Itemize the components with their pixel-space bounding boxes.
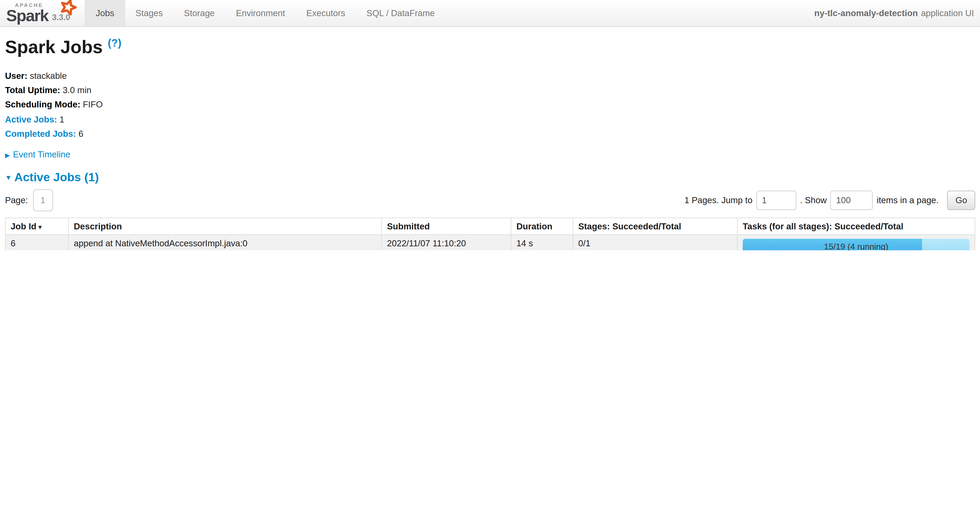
- items-per-page-input[interactable]: [830, 191, 873, 210]
- col-header-submitted[interactable]: Submitted: [382, 218, 511, 235]
- info-value: 1: [57, 114, 65, 124]
- info-line: Completed Jobs: 6: [5, 128, 975, 140]
- col-header-duration[interactable]: Duration: [511, 218, 573, 235]
- pagination-controls: 1 Pages. Jump to . Show items in a page.…: [681, 191, 975, 210]
- main-content: Spark Jobs (?) User: stackableTotal Upti…: [0, 37, 980, 250]
- help-link[interactable]: (?): [108, 37, 121, 49]
- tab-stages[interactable]: Stages: [125, 0, 173, 26]
- description-cell: append at NativeMethodAccessorImpl.java:…: [68, 235, 382, 250]
- job-id-cell: 6: [5, 235, 68, 250]
- tasks-cell: 15/19 (4 running): [737, 235, 975, 250]
- col-header-tasks-for-all-stages-succeeded-total[interactable]: Tasks (for all stages): Succeeded/Total: [737, 218, 975, 235]
- spark-logo[interactable]: APACHE Spark 3.3.0: [0, 0, 79, 26]
- info-label: User:: [5, 71, 27, 81]
- sort-desc-icon: ▾: [37, 223, 42, 230]
- submitted-cell: 2022/11/07 11:10:20: [382, 235, 511, 250]
- info-label-link[interactable]: Completed Jobs:: [5, 129, 76, 139]
- tab-executors[interactable]: Executors: [296, 0, 356, 26]
- task-progress-bar: 15/19 (4 running): [743, 239, 969, 250]
- application-name: ny-tlc-anomaly-detection: [815, 8, 918, 18]
- info-label: Scheduling Mode:: [5, 100, 80, 110]
- col-header-job-id[interactable]: Job Id ▾: [5, 218, 68, 235]
- event-timeline-label: Event Timeline: [13, 149, 70, 159]
- col-header-description[interactable]: Description: [68, 218, 382, 235]
- progress-label: 15/19 (4 running): [743, 239, 969, 250]
- tab-jobs[interactable]: Jobs: [85, 0, 125, 26]
- page-label: Page:: [5, 195, 28, 205]
- collapse-down-arrow-icon: ▼: [5, 174, 12, 181]
- summary-info: User: stackableTotal Uptime: 3.0 minSche…: [5, 70, 975, 140]
- tab-sql-dataframe[interactable]: SQL / DataFrame: [356, 0, 445, 26]
- pagination-bar: Page: 1 Pages. Jump to . Show items in a…: [5, 189, 975, 211]
- duration-cell: 14 s: [511, 235, 573, 250]
- spark-star-icon: [59, 0, 78, 17]
- active-jobs-table: Job Id ▾DescriptionSubmittedDurationStag…: [5, 218, 975, 250]
- info-value: 3.0 min: [60, 85, 92, 95]
- info-line: Total Uptime: 3.0 min: [5, 84, 975, 96]
- show-text: . Show: [800, 195, 827, 205]
- info-value: FIFO: [80, 100, 103, 110]
- stages-cell: 0/1: [573, 235, 737, 250]
- col-header-stages-succeeded-total[interactable]: Stages: Succeeded/Total: [573, 218, 737, 235]
- info-value: stackable: [27, 71, 67, 81]
- pages-jump-text: 1 Pages. Jump to: [684, 195, 752, 205]
- go-button[interactable]: Go: [947, 191, 975, 210]
- info-label: Total Uptime:: [5, 85, 60, 95]
- info-line: Scheduling Mode: FIFO: [5, 99, 975, 110]
- collapse-right-arrow-icon: ▶: [5, 152, 10, 159]
- page-title: Spark Jobs (?): [5, 37, 975, 57]
- tab-storage[interactable]: Storage: [173, 0, 225, 26]
- info-value: 6: [76, 129, 83, 139]
- tab-environment[interactable]: Environment: [225, 0, 296, 26]
- event-timeline-toggle[interactable]: ▶Event Timeline: [5, 149, 975, 159]
- nav-tabs: JobsStagesStorageEnvironmentExecutorsSQL…: [85, 0, 445, 26]
- job-description: append at NativeMethodAccessorImpl.java:…: [74, 238, 376, 248]
- application-ui-suffix: application UI: [921, 8, 974, 18]
- spark-logo-text: Spark: [6, 8, 48, 24]
- job-row: 6append at NativeMethodAccessorImpl.java…: [5, 235, 975, 250]
- top-navbar: APACHE Spark 3.3.0 JobsStagesStorageEnvi…: [0, 0, 980, 27]
- page-selector: Page:: [5, 189, 53, 211]
- jump-to-page-input[interactable]: [756, 191, 796, 210]
- info-line: User: stackable: [5, 70, 975, 81]
- page-number-input[interactable]: [33, 189, 53, 211]
- info-line: Active Jobs: 1: [5, 113, 975, 125]
- spark-jobs-page: APACHE Spark 3.3.0 JobsStagesStorageEnvi…: [0, 0, 980, 250]
- info-label-link[interactable]: Active Jobs:: [5, 114, 57, 124]
- application-title: ny-tlc-anomaly-detection application UI: [815, 0, 980, 26]
- active-jobs-header[interactable]: ▼Active Jobs (1): [5, 171, 975, 184]
- items-text: items in a page.: [877, 195, 939, 205]
